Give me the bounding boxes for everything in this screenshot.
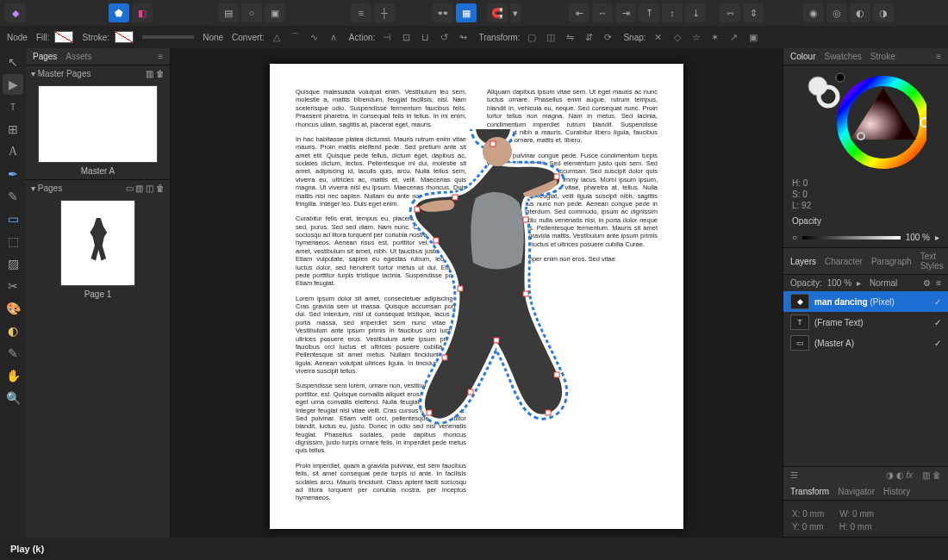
node-tool-icon[interactable]: ▶ [3,74,23,95]
pen-tool-icon[interactable]: ✒ [3,164,23,184]
align-left-icon[interactable]: ⇤ [569,3,589,22]
snap-all-icon[interactable]: ✶ [708,30,722,44]
layer-opacity-step-icon[interactable]: ▸ [857,278,861,288]
pages-tab[interactable]: Pages [33,52,57,61]
character-tab[interactable]: Character [825,257,863,266]
transform-cycle-icon[interactable]: ◫ [544,30,558,44]
spread-toggle-icon[interactable]: ▭ [126,184,136,193]
stroke-tab[interactable]: Stroke [870,52,895,61]
colour-wheel[interactable] [783,65,948,177]
opacity-slider[interactable] [802,236,901,240]
transform-flip-v-icon[interactable]: ⇵ [582,30,596,44]
boolean-subtract-icon[interactable]: ◎ [826,3,847,22]
transform-rotate-icon[interactable]: ⟳ [601,30,614,44]
transform-tab[interactable]: Transform [790,487,829,496]
layer-opacity-value[interactable]: 100 % [827,278,851,288]
convert-sharp-icon[interactable]: △ [270,30,284,44]
table-tool-icon[interactable]: ⊞ [3,119,23,140]
history-tab[interactable]: History [883,487,910,496]
layer-options-icon[interactable]: ≡ [936,278,941,288]
snap-menu-chevron-icon[interactable]: ▾ [510,3,521,22]
layer-visible-icon[interactable]: ✓ [934,297,941,307]
remove-layer-icon[interactable]: 🗑 [932,470,941,480]
place-image-tool-icon[interactable]: ▨ [3,253,23,274]
distribute-h-icon[interactable]: ⇿ [720,3,740,22]
navigator-tab[interactable]: Navigator [838,487,875,496]
layer-blend-mode[interactable]: Normal [870,278,897,288]
action-join-icon[interactable]: ⊔ [418,30,432,44]
master-a-thumbnail[interactable] [38,85,158,163]
baseline-grid-icon[interactable]: ≡ [351,3,371,22]
action-smooth-icon[interactable]: ↬ [456,30,470,44]
layer-visible-icon[interactable]: ✓ [934,339,941,348]
paragraph-tab[interactable]: Paragraph [871,257,912,266]
action-reverse-icon[interactable]: ↺ [437,30,451,44]
vector-crop-tool-icon[interactable]: ✂ [3,276,23,296]
align-right-icon[interactable]: ⇥ [615,3,636,22]
add-layer-icon[interactable]: ▥ [922,470,930,480]
pixel-persona-icon[interactable]: ◧ [132,3,153,22]
rectangle-tool-icon[interactable]: ▭ [3,208,23,229]
artistic-text-tool-icon[interactable]: T [3,96,23,117]
snap-geom-icon[interactable]: ◇ [670,30,684,44]
transform-y-value[interactable]: 0 mm [802,522,824,532]
convert-line-icon[interactable]: ∧ [327,30,340,44]
transform-x-value[interactable]: 0 mm [802,509,824,519]
fill-tool-icon[interactable]: 🎨 [3,298,23,319]
snap-node-icon[interactable]: ✕ [652,30,665,44]
fx-icon[interactable]: fx [906,470,913,480]
opacity-step-icon[interactable]: ▸ [935,233,939,242]
layer-row-man-dancing[interactable]: ◆ man dancing (Pixel) ✓ [783,291,948,312]
stroke-swatch[interactable] [115,31,134,43]
adjustment-icon[interactable]: ◐ [896,470,904,480]
layers-stack-icon[interactable]: ☰ [790,470,798,480]
boolean-divide-icon[interactable]: ◑ [873,3,894,22]
zoom-tool-icon[interactable]: 🔍 [3,388,23,408]
man-dancing-image[interactable] [394,129,592,457]
colour-tab[interactable]: Colour [790,52,815,61]
mask-icon[interactable]: ◑ [886,470,894,480]
align-center-h-icon[interactable]: ↔ [592,3,613,22]
clip-canvas-icon[interactable]: ▦ [456,3,477,22]
transparency-tool-icon[interactable]: ◐ [3,320,23,341]
boolean-add-icon[interactable]: ◉ [803,3,824,22]
layer-row-master[interactable]: ▭ (Master A) ✓ [783,333,948,353]
designer-persona-icon[interactable]: ⬟ [109,3,129,22]
transform-boundingbox-icon[interactable]: ▢ [525,30,539,44]
preview-mode-icon[interactable]: ▣ [265,3,285,22]
dup-page-icon[interactable]: ◫ [146,184,156,193]
panel-menu-icon[interactable]: ≡ [158,52,163,61]
doc-setup-icon[interactable]: ▤ [218,3,239,22]
convert-smart-icon[interactable]: ∿ [308,30,321,44]
layer-lock-icon[interactable]: ⚙ [923,278,931,288]
snap-off2-icon[interactable]: ▣ [746,30,760,44]
assets-tab[interactable]: Assets [65,52,91,61]
stroke-width-slider[interactable] [142,35,194,39]
move-tool-icon[interactable]: ↖ [3,52,23,72]
colour-menu-icon[interactable]: ≡ [936,52,941,61]
transform-h-value[interactable]: 0 mm [850,522,871,532]
color-picker-tool-icon[interactable]: ✎ [3,343,23,364]
picture-frame-tool-icon[interactable]: ⬚ [3,231,23,252]
transform-w-value[interactable]: 0 mm [852,509,874,519]
align-top-icon[interactable]: ⤒ [639,3,659,22]
layer-visible-icon[interactable]: ✓ [934,318,941,327]
opacity-knob-icon[interactable]: ○ [792,233,797,242]
circle-tool-icon[interactable]: ○ [241,3,262,22]
snapping-icon[interactable]: 🧲 [487,3,508,22]
distribute-v-icon[interactable]: ⇕ [743,3,764,22]
guides-icon[interactable]: ┼ [374,3,395,22]
delete-page-icon[interactable]: 🗑 [156,184,165,193]
transform-flip-h-icon[interactable]: ⇋ [563,30,577,44]
align-center-v-icon[interactable]: ↕ [662,3,683,22]
layer-row-frame-text[interactable]: T (Frame Text) ✓ [783,312,948,333]
pencil-tool-icon[interactable]: ✎ [3,186,23,207]
canvas-area[interactable]: Quisque malesuada volutpat enim. Vestibu… [171,48,783,538]
snap-handle-icon[interactable]: ☆ [689,30,703,44]
textstyles-tab[interactable]: Text Styles [920,252,944,271]
boolean-intersect-icon[interactable]: ◐ [850,3,870,22]
fill-swatch[interactable] [54,31,73,43]
add-master-icon[interactable]: ▥ [146,69,156,78]
add-page-icon[interactable]: ▥ [135,184,146,193]
view-tool-icon[interactable]: ✋ [3,365,23,386]
